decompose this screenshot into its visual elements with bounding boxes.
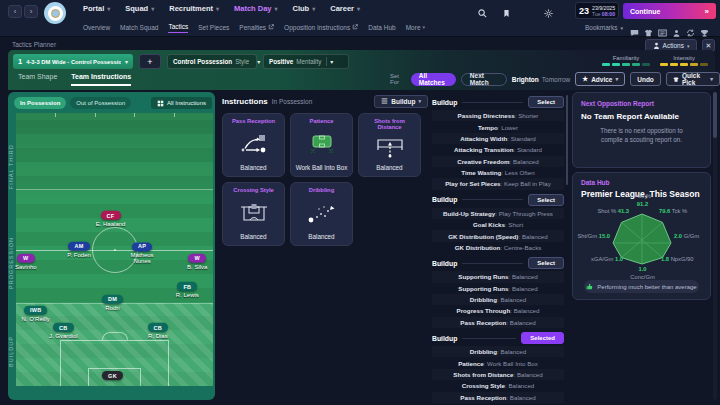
club-crest-core xyxy=(51,9,60,18)
player-cb-left[interactable]: CB J. Gvardiol xyxy=(41,323,85,340)
gear-icon[interactable] xyxy=(540,7,556,19)
nav-item-squad[interactable]: Squad▾ xyxy=(125,4,154,13)
instruction-row[interactable]: Build-Up StrategyPlay Through Press xyxy=(432,208,564,219)
quick-pick-button[interactable]: Quick Pick ▾ xyxy=(666,72,720,86)
continue-label: Continue xyxy=(630,8,660,15)
tactic-selector-dropdown[interactable]: 1 4-3-3 DM Wide - Control Possession ▾ xyxy=(13,54,133,69)
nav-item-club[interactable]: Club▾ xyxy=(293,4,316,13)
role-badge: CB xyxy=(148,323,169,332)
history-forward-button[interactable]: › xyxy=(24,5,38,18)
instruction-row[interactable]: DribblingBalanced xyxy=(432,294,564,305)
select-button[interactable]: Select xyxy=(528,96,564,108)
select-button[interactable]: Select xyxy=(528,194,564,206)
bookmarks-dropdown[interactable]: Bookmarks ▾ xyxy=(585,24,623,31)
subnav-penalties[interactable]: Penalties xyxy=(239,24,274,33)
instruction-row[interactable]: Goal KicksShort xyxy=(432,219,564,230)
instruction-row[interactable]: Pass ReceptionBalanced xyxy=(432,392,564,403)
selected-button[interactable]: Selected xyxy=(521,332,564,344)
instruction-row[interactable]: Attacking TransitionStandard xyxy=(432,144,564,155)
game-date[interactable]: 23 23/9/2025 Tue08:00 xyxy=(575,2,619,19)
instruction-row[interactable]: Supporting RunsBalanced xyxy=(432,283,564,294)
instruction-row[interactable]: Crossing StyleBalanced xyxy=(432,380,564,391)
history-back-button[interactable]: ‹ xyxy=(8,5,22,18)
player-am[interactable]: AM P. Foden xyxy=(57,241,101,258)
subnav-opposition-instructions[interactable]: Opposition Instructions xyxy=(284,24,358,33)
card-patience[interactable]: Patience Work Ball Into Box xyxy=(290,113,353,177)
all-instructions-button[interactable]: All Instructions xyxy=(151,97,212,109)
all-matches-toggle[interactable]: All Matches xyxy=(411,73,456,86)
instruction-row[interactable]: GK Distribution (Speed)Balanced xyxy=(432,230,564,241)
nav-item-match-day[interactable]: Match Day▾ xyxy=(234,4,278,13)
instruction-row[interactable]: Progress ThroughBalanced xyxy=(432,305,564,316)
dribbling-icon xyxy=(307,200,337,226)
style-dropdown[interactable]: Control Possession Style ▾ xyxy=(167,54,257,69)
continue-button[interactable]: Continue » xyxy=(623,3,716,19)
player-name: Matheus Nunes xyxy=(123,252,161,265)
instruction-row[interactable]: TempoLower xyxy=(432,121,564,132)
instruction-row[interactable]: Time WastingLess Often xyxy=(432,167,564,178)
player-w-right[interactable]: W B. Silva xyxy=(175,253,215,270)
nav-item-recruitment[interactable]: Recruitment▾ xyxy=(169,4,219,13)
player-dm[interactable]: DM Rodri xyxy=(91,294,135,311)
subnav-tactics[interactable]: Tactics xyxy=(168,23,188,33)
tactics-pitch[interactable]: CF E. Haaland AM P. Foden AP Matheus Nun… xyxy=(16,113,213,386)
club-crest-logo[interactable] xyxy=(44,2,66,24)
card-pass-reception[interactable]: Pass Reception Balanced xyxy=(222,113,285,177)
opponent-name: Brighton xyxy=(512,76,539,83)
next-match-toggle[interactable]: Next Match xyxy=(461,73,507,86)
instruction-row[interactable]: Pass ReceptionBalanced xyxy=(432,317,564,328)
instruction-row[interactable]: Shots from DistanceBalanced xyxy=(432,369,564,380)
card-shots-from-distance[interactable]: Shots from Distance Balanced xyxy=(358,113,421,177)
instruction-row[interactable]: Attacking WidthStandard xyxy=(432,133,564,144)
instruction-row[interactable]: Supporting RunsBalanced xyxy=(432,271,564,282)
window-scrollbar-track[interactable] xyxy=(713,92,717,400)
player-cf[interactable]: CF E. Haaland xyxy=(89,211,133,228)
chevron-down-icon: ▾ xyxy=(257,58,260,65)
advice-button[interactable]: ★ Advice ▾ xyxy=(575,72,625,86)
subnav-data-hub[interactable]: Data Hub xyxy=(368,24,395,33)
penalty-arc xyxy=(102,332,128,340)
in-possession-tab[interactable]: In Possession xyxy=(14,97,66,109)
role-badge: FB xyxy=(177,282,197,291)
player-iwb[interactable]: IWB N. O'Reilly xyxy=(14,305,58,322)
tab-team-instructions[interactable]: Team Instructions xyxy=(71,73,131,86)
nav-item-career[interactable]: Career▾ xyxy=(330,4,360,13)
player-ap[interactable]: AP Matheus Nunes xyxy=(120,242,164,265)
out-of-possession-tab[interactable]: Out of Possession xyxy=(70,97,131,109)
add-tactic-button[interactable]: + xyxy=(139,54,161,69)
groups-scrollbar[interactable] xyxy=(566,95,568,185)
instruction-row[interactable]: Passing DirectnessShorter xyxy=(432,110,564,121)
bookmark-icon[interactable] xyxy=(498,7,514,19)
instruction-row[interactable]: Play for Set PiecesKeep Ball in Play xyxy=(432,178,564,189)
subnav-set-pieces[interactable]: Set Pieces xyxy=(198,24,229,33)
card-dribbling[interactable]: Dribbling Balanced xyxy=(290,182,353,246)
external-link-icon xyxy=(352,24,358,30)
player-cb-right[interactable]: CB R. Dias xyxy=(136,323,180,340)
search-icon[interactable] xyxy=(474,7,490,19)
planner-tabs: Team Shape Team Instructions xyxy=(18,73,131,86)
player-gk[interactable]: GK xyxy=(91,371,135,381)
report-headline: No Team Report Available xyxy=(581,112,702,121)
window-scrollbar-thumb[interactable] xyxy=(713,92,717,138)
tab-label: Team Shape xyxy=(18,73,57,80)
card-title: Pass Reception xyxy=(232,118,275,124)
subnav-overview[interactable]: Overview xyxy=(83,24,110,33)
instruction-row[interactable]: PatienceWork Ball Into Box xyxy=(432,357,564,368)
mentality-dropdown[interactable]: Positive Mentality ▾ xyxy=(263,54,349,69)
instruction-row[interactable]: DribblingBalanced xyxy=(432,346,564,357)
nav-item-portal[interactable]: Portal▾ xyxy=(83,4,110,13)
tab-team-shape[interactable]: Team Shape xyxy=(18,73,57,86)
group-title: Buildup xyxy=(432,335,457,342)
select-button[interactable]: Select xyxy=(528,257,564,269)
subnav-more[interactable]: More▾ xyxy=(406,24,425,33)
player-w-left[interactable]: W Savinho xyxy=(8,253,48,270)
instruction-row[interactable]: GK DistributionCentre-Backs xyxy=(432,242,564,253)
card-value: Work Ball Into Box xyxy=(296,164,348,171)
instruction-row[interactable]: Creative FreedomBalanced xyxy=(432,156,564,167)
subnav-match-squad[interactable]: Match Squad xyxy=(120,24,158,33)
phase-dropdown[interactable]: Buildup ▾ xyxy=(374,95,428,108)
player-fb[interactable]: FB R. Lewis xyxy=(165,282,209,299)
card-crossing-style[interactable]: Crossing Style Balanced xyxy=(222,182,285,246)
undo-button[interactable]: Undo xyxy=(630,72,661,86)
chat-icon[interactable] xyxy=(630,23,639,41)
